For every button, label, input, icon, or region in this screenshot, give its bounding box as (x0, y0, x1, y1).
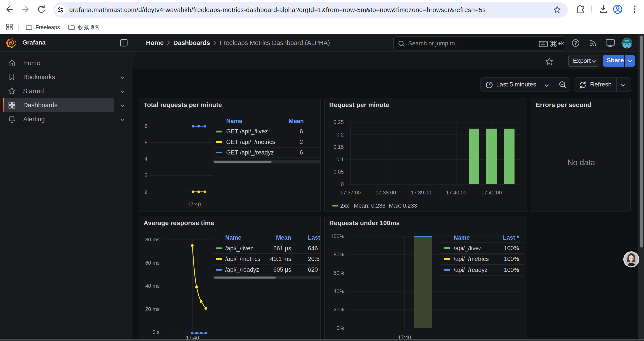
svg-text:Mean: 0.233: Mean: 0.233 (354, 202, 386, 209)
svg-text:2: 2 (300, 139, 303, 145)
svg-text:20%: 20% (334, 306, 344, 312)
svg-text:Name: Name (225, 234, 242, 241)
svg-text:646 µs: 646 µs (308, 245, 320, 252)
svg-text:40%: 40% (334, 288, 344, 294)
svg-text:20 ms: 20 ms (145, 306, 160, 312)
svg-text:0.05: 0.05 (334, 169, 344, 175)
svg-text:0%: 0% (336, 325, 344, 331)
svg-text:17:40:00: 17:40:00 (446, 190, 466, 195)
svg-text:Name: Name (454, 234, 470, 241)
svg-text:/api/_/livez: /api/_/livez (454, 245, 482, 251)
svg-text:/api/_/readyz: /api/_/readyz (225, 266, 259, 273)
svg-text:100%: 100% (331, 233, 344, 239)
svg-text:17:38:00: 17:38:00 (376, 190, 396, 195)
svg-text:80%: 80% (334, 251, 344, 257)
svg-text:0: 0 (341, 181, 344, 187)
svg-text:GET /api/_/livez: GET /api/_/livez (226, 128, 268, 135)
svg-text:100%: 100% (504, 256, 519, 262)
svg-text:/api/_/readyz: /api/_/readyz (454, 267, 488, 273)
svg-text:17:41:00: 17:41:00 (481, 190, 502, 195)
svg-text:17:37:00: 17:37:00 (340, 190, 360, 195)
svg-text:17:39:00: 17:39:00 (411, 190, 431, 195)
svg-text:100%: 100% (504, 245, 519, 251)
svg-text:5: 5 (145, 140, 148, 146)
svg-text:Mean: Mean (289, 118, 304, 124)
svg-text:GET /api/_/metrics: GET /api/_/metrics (226, 139, 275, 145)
svg-text:60%: 60% (334, 270, 344, 276)
svg-text:4: 4 (145, 156, 148, 162)
svg-text:17:40: 17:40 (188, 201, 201, 207)
svg-text:0 s: 0 s (152, 329, 160, 335)
svg-text:2: 2 (145, 189, 148, 195)
svg-text:GET /api/_/readyz: GET /api/_/readyz (226, 149, 274, 156)
svg-text:100%: 100% (504, 267, 519, 273)
svg-text:2xx: 2xx (340, 202, 349, 209)
svg-text:0.1: 0.1 (336, 156, 344, 162)
svg-text:6: 6 (145, 123, 148, 129)
svg-text:0.2: 0.2 (336, 132, 344, 138)
svg-text:60 ms: 60 ms (145, 260, 160, 266)
svg-text:0.25: 0.25 (334, 119, 344, 125)
svg-text:/api/_/metrics: /api/_/metrics (454, 256, 489, 262)
svg-text:Max: 0.233: Max: 0.233 (389, 202, 417, 209)
svg-text:620 µs: 620 µs (308, 266, 320, 273)
svg-text:6: 6 (300, 128, 303, 135)
svg-text:40.1 ms: 40.1 ms (270, 256, 291, 262)
svg-text:605 µs: 605 µs (273, 266, 291, 273)
svg-text:661 µs: 661 µs (273, 245, 291, 252)
svg-text:Name: Name (226, 118, 242, 124)
svg-text:6: 6 (300, 149, 303, 156)
svg-text:?: ? (574, 40, 577, 46)
svg-text:Mean: Mean (276, 234, 291, 241)
svg-text:Last *: Last * (308, 234, 320, 241)
svg-text:3: 3 (145, 172, 148, 178)
svg-text:40 ms: 40 ms (145, 283, 160, 289)
svg-text:80 ms: 80 ms (145, 237, 160, 242)
svg-text:/api/_/metrics: /api/_/metrics (225, 256, 260, 262)
svg-text:20.5 ms: 20.5 ms (308, 256, 320, 262)
svg-text:/api/_/livez: /api/_/livez (225, 245, 254, 252)
svg-text:Last *: Last * (503, 234, 519, 241)
svg-text:0.15: 0.15 (334, 144, 344, 150)
